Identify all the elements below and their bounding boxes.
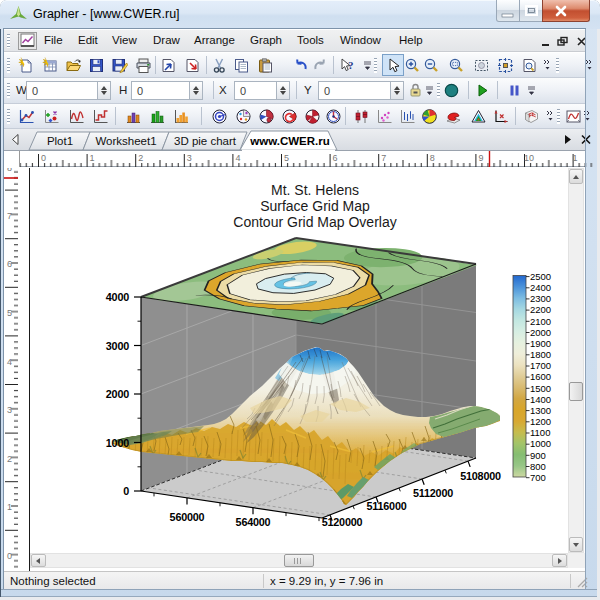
svg-text:1: 1 bbox=[573, 153, 578, 163]
svg-text:10: 10 bbox=[524, 153, 534, 163]
svg-text:4: 4 bbox=[7, 357, 12, 367]
svg-text:7: 7 bbox=[381, 153, 386, 163]
svg-text:www.CWER.ru: www.CWER.ru bbox=[249, 135, 329, 147]
svg-text:1400: 1400 bbox=[530, 394, 551, 405]
svg-text:2400: 2400 bbox=[530, 282, 551, 293]
svg-text:Worksheet1: Worksheet1 bbox=[95, 135, 156, 147]
svg-text:9: 9 bbox=[478, 153, 483, 163]
svg-text:6: 6 bbox=[7, 259, 12, 269]
svg-text:2300: 2300 bbox=[530, 293, 551, 304]
svg-text:5108000: 5108000 bbox=[460, 470, 501, 482]
svg-text:3D pie chart: 3D pie chart bbox=[174, 135, 237, 147]
svg-text:Mt. St. Helens: Mt. St. Helens bbox=[271, 182, 359, 198]
svg-text:2: 2 bbox=[7, 454, 12, 464]
svg-text:3: 3 bbox=[7, 405, 12, 415]
svg-text:6: 6 bbox=[333, 153, 338, 163]
svg-text:5: 5 bbox=[284, 153, 289, 163]
svg-text:0: 0 bbox=[7, 551, 12, 561]
svg-text:5120000: 5120000 bbox=[322, 516, 363, 528]
svg-text:900: 900 bbox=[530, 450, 546, 461]
svg-text:2100: 2100 bbox=[530, 316, 551, 327]
svg-text:1200: 1200 bbox=[530, 416, 551, 427]
svg-text:8: 8 bbox=[7, 168, 12, 173]
svg-text:Plot1: Plot1 bbox=[47, 135, 73, 147]
svg-text:1: 1 bbox=[90, 153, 95, 163]
svg-text:1000: 1000 bbox=[106, 437, 129, 449]
svg-text:800: 800 bbox=[530, 461, 546, 472]
svg-text:0: 0 bbox=[41, 153, 46, 163]
svg-text:Contour Grid Map Overlay: Contour Grid Map Overlay bbox=[233, 214, 396, 230]
svg-text:2: 2 bbox=[138, 153, 143, 163]
svg-text:3000: 3000 bbox=[106, 340, 129, 352]
svg-text:564000: 564000 bbox=[236, 516, 271, 528]
svg-text:1: 1 bbox=[7, 502, 12, 512]
svg-text:1500: 1500 bbox=[530, 383, 551, 394]
svg-text:5116000: 5116000 bbox=[366, 500, 406, 512]
svg-text:1000: 1000 bbox=[530, 438, 551, 449]
svg-text:1700: 1700 bbox=[530, 360, 551, 371]
svg-text:2500: 2500 bbox=[530, 271, 551, 282]
svg-text:3: 3 bbox=[187, 153, 192, 163]
svg-text:700: 700 bbox=[530, 472, 546, 483]
svg-text:2000: 2000 bbox=[106, 388, 129, 400]
svg-text:?: ? bbox=[348, 59, 354, 71]
svg-text:8: 8 bbox=[430, 153, 435, 163]
svg-text:4000: 4000 bbox=[106, 291, 129, 303]
svg-text:7: 7 bbox=[7, 211, 12, 221]
svg-text:1900: 1900 bbox=[530, 338, 551, 349]
svg-text:5: 5 bbox=[7, 308, 12, 318]
svg-text:2200: 2200 bbox=[530, 304, 551, 315]
svg-text:560000: 560000 bbox=[170, 511, 205, 523]
svg-text:4: 4 bbox=[235, 153, 240, 163]
svg-text:0: 0 bbox=[123, 485, 129, 497]
svg-text:2000: 2000 bbox=[530, 327, 551, 338]
svg-text:1600: 1600 bbox=[530, 371, 551, 382]
svg-text:Surface Grid Map: Surface Grid Map bbox=[260, 198, 370, 214]
svg-text:1100: 1100 bbox=[530, 427, 550, 438]
svg-text:1300: 1300 bbox=[530, 405, 551, 416]
svg-text:5112000: 5112000 bbox=[413, 487, 453, 499]
svg-text:1800: 1800 bbox=[530, 349, 551, 360]
